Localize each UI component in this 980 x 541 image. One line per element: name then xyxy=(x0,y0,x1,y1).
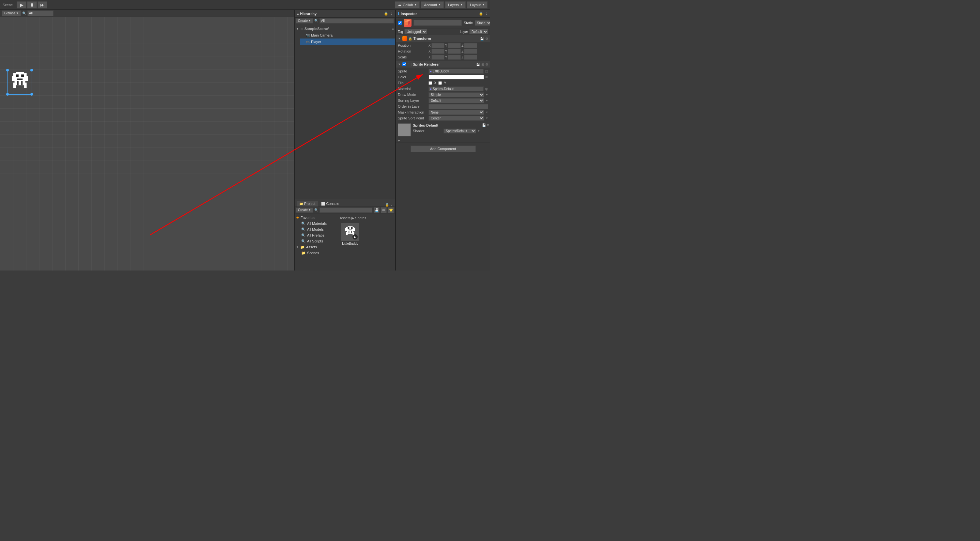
layout-arrow-icon: ▼ xyxy=(482,3,485,6)
sort-point-arrow-icon: ▼ xyxy=(485,117,488,120)
project-create-button[interactable]: Create ▼ xyxy=(296,207,313,213)
pause-button[interactable]: ⏸ xyxy=(27,1,37,8)
transform-header[interactable]: ▼ 🔒 Transform 💾 ⚙ xyxy=(396,35,490,42)
scale-y-input[interactable]: 1 xyxy=(448,55,461,60)
flip-x-checkbox[interactable] xyxy=(428,81,432,85)
add-component-button[interactable]: Add Component xyxy=(410,146,476,152)
console-icon: ⬜ xyxy=(321,202,325,205)
material-value[interactable]: ● Sprites-Default xyxy=(428,86,484,91)
inspector-object-row: Player Static Static xyxy=(396,18,490,29)
project-star-icon[interactable]: ⭐ xyxy=(388,207,394,213)
pos-y-axis: Y xyxy=(445,44,447,47)
svg-rect-17 xyxy=(348,227,350,229)
sprite-picker-icon[interactable]: ◎ xyxy=(485,69,488,73)
gizmos-button[interactable]: Gizmos ▼ xyxy=(2,10,21,16)
scale-z-axis: Z xyxy=(461,56,463,59)
project-tab[interactable]: 📁 Project xyxy=(297,200,318,207)
tag-layer-row: Tag Untagged Layer Default xyxy=(396,29,490,35)
rot-y-axis: Y xyxy=(445,49,447,53)
rot-y-input[interactable]: 0 xyxy=(448,49,461,54)
hierarchy-header: ≡ Hierarchy 🔒 ⋮ xyxy=(295,10,395,18)
scenes-folder-item[interactable]: 📁 Scenes xyxy=(295,250,337,256)
handle-bl[interactable] xyxy=(6,93,9,95)
assets-folder-item[interactable]: ▼ 📁 Assets xyxy=(295,244,337,250)
main-layout: Gizmos ▼ 🔍 xyxy=(0,10,490,270)
material-expand-row[interactable]: ▶ xyxy=(396,138,490,143)
scale-label: Scale xyxy=(398,55,427,59)
svg-rect-7 xyxy=(21,75,24,77)
material-preview-row: Sprites-Default Shader Sprites/Default ▼… xyxy=(396,122,490,138)
sr-active-checkbox[interactable] xyxy=(402,62,406,66)
mask-label: Mask Interaction xyxy=(398,110,427,114)
scene-grid xyxy=(0,17,294,270)
project-search-icon: 🔍 xyxy=(314,208,318,212)
console-tab[interactable]: ⬜ Console xyxy=(318,200,342,207)
sort-point-select[interactable]: Center xyxy=(428,116,484,121)
color-swatch[interactable] xyxy=(428,75,484,80)
object-active-checkbox[interactable] xyxy=(398,21,402,25)
svg-rect-20 xyxy=(348,231,350,233)
play-button[interactable]: ▶ xyxy=(17,1,26,8)
rot-x-input[interactable]: 0 xyxy=(431,49,444,54)
draw-mode-arrow-icon: ▼ xyxy=(485,93,488,96)
hierarchy-search-input[interactable] xyxy=(320,18,394,24)
handle-tr[interactable] xyxy=(30,69,33,72)
all-scripts-item[interactable]: 🔍 All Scripts xyxy=(295,238,337,244)
hierarchy-scene-root[interactable]: ▼ ⊞ SampleScene* ≡ xyxy=(295,25,395,32)
shader-select[interactable]: Sprites/Default xyxy=(444,129,476,134)
order-input[interactable]: 0 xyxy=(428,104,488,109)
layout-button[interactable]: Layout ▼ xyxy=(467,1,488,8)
static-dropdown[interactable]: Static xyxy=(475,20,490,26)
handle-tl[interactable] xyxy=(6,69,9,72)
mask-select[interactable]: None xyxy=(428,110,484,115)
tag-dropdown[interactable]: Untagged xyxy=(404,29,427,34)
scene-search-input[interactable] xyxy=(27,10,54,16)
scale-x-input[interactable]: 1 xyxy=(431,55,444,60)
sort-point-label: Sprite Sort Point xyxy=(398,116,427,120)
layer-dropdown[interactable]: Default xyxy=(469,29,488,34)
collab-button[interactable]: ☁ Collab ▼ xyxy=(395,1,420,8)
mat-settings-icon: ⚙ xyxy=(487,123,490,127)
pos-y-input[interactable]: 0 xyxy=(448,43,461,48)
asset-play-icon[interactable]: ▶ xyxy=(352,234,358,240)
object-name-input[interactable]: Player xyxy=(414,20,462,26)
pos-x-input[interactable]: 0 xyxy=(431,43,444,48)
account-button[interactable]: Account ▼ xyxy=(421,1,444,8)
svg-rect-5 xyxy=(24,83,26,88)
hierarchy-create-button[interactable]: Create ▼ xyxy=(296,18,313,24)
inspector-header: ℹ Inspector 🔒 ⋮ xyxy=(396,10,490,18)
handle-br[interactable] xyxy=(30,93,33,95)
hierarchy-item-main-camera[interactable]: 📷 Main Camera xyxy=(300,32,395,38)
project-label-icon[interactable]: 🏷 xyxy=(381,207,387,213)
project-search-input[interactable] xyxy=(320,207,372,213)
position-xyz: X 0 Y 0 Z 0 xyxy=(428,43,488,48)
material-picker-icon[interactable]: ◎ xyxy=(485,87,488,91)
transform-section: ▼ 🔒 Transform 💾 ⚙ Position X 0 Y 0 Z xyxy=(396,35,490,61)
project-save-icon[interactable]: 💾 xyxy=(374,207,380,213)
sprite-value[interactable]: ● LittleBuddy xyxy=(428,69,484,74)
all-prefabs-item[interactable]: 🔍 All Prefabs xyxy=(295,232,337,238)
all-models-item[interactable]: 🔍 All Models xyxy=(295,226,337,232)
rot-z-input[interactable]: 0 xyxy=(464,49,477,54)
sprite-renderer-header[interactable]: ▼ ⬛ Sprite Renderer 💾 ⊞ ⚙ xyxy=(396,61,490,68)
sorting-layer-select[interactable]: Default xyxy=(428,98,484,103)
scene-canvas[interactable] xyxy=(0,17,294,270)
all-materials-item[interactable]: 🔍 All Materials xyxy=(295,221,337,226)
pos-z-input[interactable]: 0 xyxy=(464,43,477,48)
color-picker-icon[interactable]: ✏ xyxy=(485,75,488,79)
camera-name: Main Camera xyxy=(311,33,332,37)
layers-button[interactable]: Layers ▼ xyxy=(445,1,466,8)
draw-mode-label: Draw Mode xyxy=(398,93,427,97)
svg-rect-19 xyxy=(348,230,352,231)
step-button[interactable]: ⏭ xyxy=(38,1,47,8)
material-info: Sprites-Default Shader Sprites/Default ▼ xyxy=(413,123,480,134)
favorites-header[interactable]: ★ Favorites xyxy=(295,215,337,221)
scale-z-input[interactable]: 1 xyxy=(464,55,477,60)
draw-mode-select[interactable]: Simple xyxy=(428,92,484,97)
flip-y-checkbox[interactable] xyxy=(438,81,442,85)
svg-rect-10 xyxy=(21,81,22,85)
material-section-name: Sprites-Default xyxy=(413,123,480,127)
scene-menu-icon: ≡ xyxy=(392,27,394,31)
asset-little-buddy[interactable]: ▶ LittleBuddy xyxy=(340,223,361,245)
hierarchy-item-player[interactable]: 🎮 Player xyxy=(300,38,395,45)
